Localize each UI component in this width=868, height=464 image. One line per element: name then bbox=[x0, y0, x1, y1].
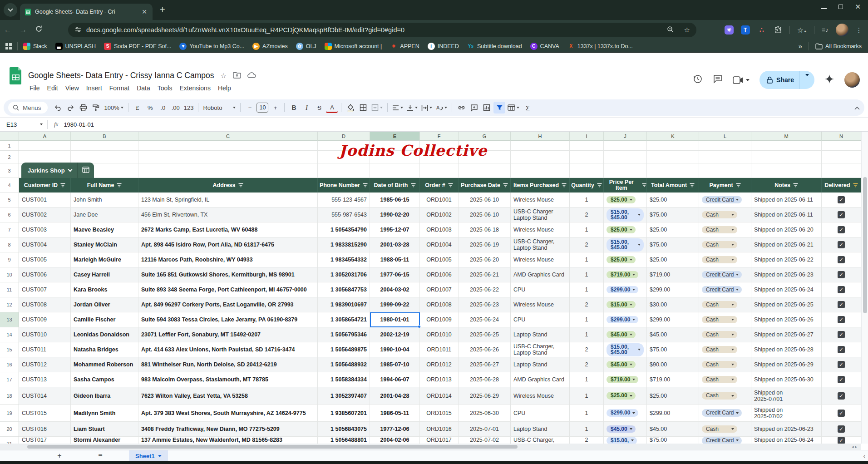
cell-C18[interactable]: 7623 Wilton Valley, East Yetta, VA 53258 bbox=[138, 387, 318, 405]
table-header-address[interactable]: Address bbox=[138, 178, 318, 193]
cell-K21[interactable]: $75.00 bbox=[647, 437, 699, 444]
empty-cell[interactable] bbox=[19, 151, 71, 163]
cell-A21[interactable]: CUST017 bbox=[19, 437, 71, 444]
cell-H20[interactable]: Laptop Stand bbox=[511, 422, 570, 437]
insert-comment-button[interactable] bbox=[468, 102, 480, 114]
delivered-checkbox[interactable]: ✓ bbox=[838, 211, 845, 218]
bookmark-microsoft[interactable]: Microsoft account | bbox=[325, 43, 382, 50]
delivered-checkbox[interactable]: ✓ bbox=[838, 241, 845, 248]
menus-search[interactable]: Menus bbox=[8, 102, 48, 114]
price-chip[interactable]: $15.00, $45.00 bbox=[607, 208, 644, 222]
document-title[interactable]: Google Sheets- Data Entry - Crissy Ianna… bbox=[28, 71, 214, 80]
payment-chip[interactable]: Cash bbox=[702, 376, 737, 384]
cell-H6[interactable]: USB-C Charger Laptop Stand bbox=[511, 207, 570, 222]
cell-K6[interactable]: $75.00 bbox=[647, 207, 699, 222]
cell-D6[interactable]: 555-987-6543 bbox=[318, 207, 370, 222]
empty-cell[interactable] bbox=[751, 141, 822, 151]
row-header-16[interactable]: 16 bbox=[0, 357, 19, 372]
empty-cell[interactable] bbox=[751, 163, 822, 178]
cell-L10[interactable]: Credit Card bbox=[699, 267, 751, 282]
cell-E5[interactable]: 1985-06-15 bbox=[370, 193, 420, 207]
delivered-checkbox[interactable]: ✓ bbox=[838, 226, 845, 233]
filter-icon[interactable] bbox=[562, 183, 567, 188]
horizontal-scrollbar[interactable]: ◂▸ bbox=[0, 444, 861, 450]
cell-A19[interactable]: CUST015 bbox=[19, 405, 71, 422]
gemini-sparkle-icon[interactable] bbox=[824, 74, 834, 86]
cell-B10[interactable]: Casey Harrell bbox=[71, 267, 138, 282]
horizontal-align-button[interactable] bbox=[391, 102, 404, 114]
cell-C9[interactable]: 12116 Marcos Path, Roobshire, WY 04933 bbox=[138, 252, 318, 267]
cell-B19[interactable]: Madilynn Smith bbox=[71, 405, 138, 422]
row-header-20[interactable]: 20 bbox=[0, 422, 19, 437]
cell-E7[interactable]: 1995-12-07 bbox=[370, 222, 420, 237]
table-header-id[interactable]: Customer ID bbox=[19, 178, 71, 193]
cell-F8[interactable]: ORD1004 bbox=[420, 237, 459, 252]
cell-F14[interactable]: ORD1010 bbox=[420, 327, 459, 342]
cell-D7[interactable]: 1 5054354790 bbox=[318, 222, 370, 237]
format-percent-button[interactable]: % bbox=[144, 102, 156, 114]
cell-B5[interactable]: John Smith bbox=[71, 193, 138, 207]
row-header-14[interactable]: 14 bbox=[0, 327, 19, 342]
cell-I9[interactable]: 1 bbox=[570, 252, 604, 267]
table-header-total[interactable]: Total Amount bbox=[647, 178, 699, 193]
cell-B9[interactable]: Marleigh McGuire bbox=[71, 252, 138, 267]
cell-A17[interactable]: CUST013 bbox=[19, 372, 71, 387]
cell-L12[interactable]: Cash bbox=[699, 297, 751, 312]
filter-icon[interactable] bbox=[642, 183, 646, 188]
row-header-2[interactable]: 2 bbox=[0, 151, 19, 163]
table-header-qty[interactable]: Quantity bbox=[570, 178, 604, 193]
share-dropdown[interactable] bbox=[800, 76, 814, 84]
row-header-18[interactable]: 18 bbox=[0, 387, 19, 405]
delivered-checkbox[interactable]: ✓ bbox=[838, 316, 845, 323]
cell-B14[interactable]: Leonidas Donaldson bbox=[71, 327, 138, 342]
cell-E14[interactable]: 2002-12-19 bbox=[370, 327, 420, 342]
cell-M20[interactable]: Shipped on 2025-06-23 bbox=[751, 422, 822, 437]
column-header-B[interactable]: B bbox=[71, 132, 138, 141]
payment-chip[interactable]: Cash bbox=[702, 241, 737, 249]
maximize-icon[interactable] bbox=[838, 5, 843, 9]
column-header-A[interactable]: A bbox=[19, 132, 71, 141]
price-chip[interactable]: $719.00 bbox=[607, 376, 638, 384]
all-bookmarks-button[interactable]: All Bookmarks bbox=[815, 43, 862, 49]
cell-B20[interactable]: Liam Stuart bbox=[71, 422, 138, 437]
column-header-E[interactable]: E bbox=[370, 132, 420, 141]
cell-H7[interactable]: Wireless Mouse bbox=[511, 222, 570, 237]
cell-D15[interactable]: 1 5056489875 bbox=[318, 342, 370, 357]
cell-B8[interactable]: Stanley McClain bbox=[71, 237, 138, 252]
cell-D12[interactable]: 1 9839010697 bbox=[318, 297, 370, 312]
payment-chip[interactable]: Cash bbox=[702, 346, 737, 354]
asana-extension-icon[interactable]: ∴ bbox=[757, 25, 766, 35]
payment-chip[interactable]: Credit Card bbox=[702, 409, 742, 417]
cell-M8[interactable]: Shipped on 2025-06-21 bbox=[751, 237, 822, 252]
empty-cell[interactable] bbox=[604, 141, 647, 151]
row-header-19[interactable]: 19 bbox=[0, 405, 19, 422]
cell-F18[interactable]: ORD1014 bbox=[420, 387, 459, 405]
vertical-align-button[interactable] bbox=[405, 102, 419, 114]
horizontal-scrollbar-thumb[interactable] bbox=[27, 445, 518, 449]
cell-N19[interactable]: ✓ bbox=[822, 405, 861, 422]
cell-J19[interactable]: $299.00 bbox=[604, 405, 647, 422]
cell-E9[interactable]: 1988-05-11 bbox=[370, 252, 420, 267]
collapse-toolbar-icon[interactable] bbox=[854, 104, 860, 111]
cell-J13[interactable]: $299.00 bbox=[604, 312, 647, 327]
menu-extensions[interactable]: Extensions bbox=[176, 84, 213, 93]
cell-M15[interactable]: Shipped on 2025-06-28 bbox=[751, 342, 822, 357]
collapse-panel-icon[interactable]: ‹ bbox=[863, 453, 865, 459]
cell-F11[interactable]: ORD1007 bbox=[420, 282, 459, 297]
cell-L8[interactable]: Cash bbox=[699, 237, 751, 252]
cell-K8[interactable]: $75.00 bbox=[647, 237, 699, 252]
bookmark-indeed[interactable]: iINDEED bbox=[428, 43, 459, 50]
fill-color-button[interactable] bbox=[345, 102, 356, 114]
format-currency-button[interactable]: £ bbox=[132, 102, 143, 114]
cell-A10[interactable]: CUST006 bbox=[19, 267, 71, 282]
share-button[interactable]: Share bbox=[760, 71, 814, 89]
price-chip[interactable]: $45.00 bbox=[607, 361, 636, 369]
cell-F15[interactable]: ORD1011 bbox=[420, 342, 459, 357]
menu-help[interactable]: Help bbox=[215, 84, 234, 93]
cell-F21[interactable]: ORD1017 bbox=[420, 437, 459, 444]
cell-E11[interactable]: 2004-03-02 bbox=[370, 282, 420, 297]
cell-N5[interactable]: ✓ bbox=[822, 193, 861, 207]
empty-cell[interactable] bbox=[751, 151, 822, 163]
filter-icon[interactable] bbox=[117, 183, 122, 188]
cell-A8[interactable]: CUST004 bbox=[19, 237, 71, 252]
